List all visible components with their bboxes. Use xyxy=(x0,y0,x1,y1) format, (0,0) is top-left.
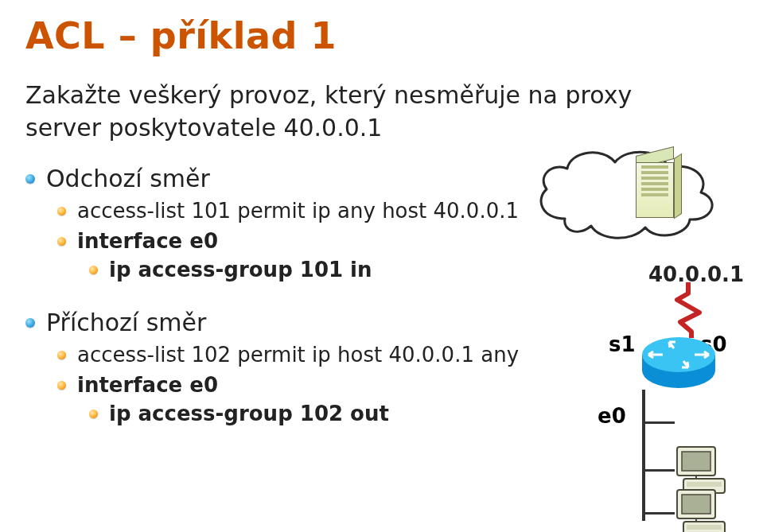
ethernet-branch xyxy=(643,421,675,424)
server-icon xyxy=(633,151,677,223)
bullet-icon xyxy=(25,174,35,184)
bullet-icon xyxy=(25,318,35,328)
interface-e0-label: e0 xyxy=(598,404,626,428)
bullet-icon xyxy=(89,410,98,418)
outgoing-cmd-text: ip access-group 101 in xyxy=(109,258,372,282)
network-diagram: 40.0.0.1 s1 s0 e0 xyxy=(505,127,752,525)
svg-rect-11 xyxy=(687,525,722,530)
serial-link-icon xyxy=(672,282,704,338)
interface-s1-label: s1 xyxy=(609,332,636,356)
ethernet-bus xyxy=(642,390,645,521)
incoming-acl-text: access-list 102 permit ip host 40.0.0.1 … xyxy=(77,343,519,367)
outgoing-acl-text: access-list 101 permit ip any host 40.0.… xyxy=(77,199,519,223)
incoming-header-label: Příchozí směr xyxy=(46,309,206,336)
ethernet-branch xyxy=(643,469,675,472)
bullet-icon xyxy=(57,381,66,390)
svg-rect-9 xyxy=(682,495,710,514)
ethernet-branch xyxy=(643,512,675,515)
bullet-icon xyxy=(57,351,66,359)
svg-rect-4 xyxy=(682,452,710,471)
outgoing-header-label: Odchozí směr xyxy=(46,165,210,192)
bullet-icon xyxy=(57,207,66,216)
outgoing-interface-text: interface e0 xyxy=(77,229,218,253)
bullet-icon xyxy=(57,237,66,246)
incoming-interface-text: interface e0 xyxy=(77,373,218,397)
incoming-cmd-text: ip access-group 102 out xyxy=(109,402,389,425)
cloud-icon xyxy=(529,135,728,254)
bullet-icon xyxy=(89,266,98,274)
page-title: ACL – příklad 1 xyxy=(25,14,738,57)
pc-icon xyxy=(672,485,734,532)
router-icon xyxy=(639,334,718,393)
